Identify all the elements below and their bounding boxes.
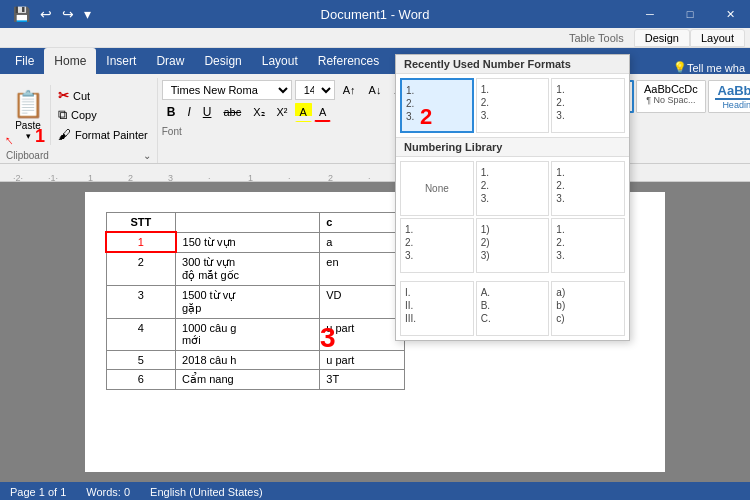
ruler-mark-7r: · <box>368 173 371 183</box>
style-heading1-preview: AaBbCc <box>715 83 750 100</box>
style-no-spacing[interactable]: AaBbCcDc ¶ No Spac... <box>636 80 706 113</box>
decrease-font-button[interactable]: A↓ <box>364 80 387 100</box>
minimize-button[interactable]: ─ <box>630 0 670 28</box>
tab-draw[interactable]: Draw <box>146 48 194 74</box>
save-button[interactable]: 💾 <box>10 6 33 22</box>
quick-access-toolbar: 💾 ↩ ↪ ▾ <box>10 0 94 28</box>
format-painter-button[interactable]: 🖌 Format Painter <box>55 126 151 143</box>
paste-label: Paste <box>15 120 41 131</box>
numbering-library-header: Numbering Library <box>396 137 629 157</box>
table-header-stt: STT <box>106 213 176 233</box>
font-size-select[interactable]: 14 <box>295 80 335 100</box>
tell-me-input[interactable]: Tell me wha <box>687 62 745 74</box>
undo-button[interactable]: ↩ <box>37 6 55 22</box>
table-row-4-content: 1000 câu gmới <box>176 318 320 350</box>
paste-button[interactable]: 📋 Paste ▾ <box>6 85 51 145</box>
table-row-1-stt: 1 <box>106 232 176 252</box>
num-item-lib-3[interactable]: 1. 2. 3. <box>400 218 474 273</box>
recently-used-header: Recently Used Number Formats <box>396 55 629 74</box>
num-line-4: 1. <box>481 84 489 95</box>
tab-references[interactable]: References <box>308 48 389 74</box>
table-row-2-stt: 2 <box>106 252 176 285</box>
cut-button[interactable]: ✂ Cut <box>55 87 151 104</box>
status-words: Words: 0 <box>86 486 130 498</box>
tab-design[interactable]: Design <box>194 48 251 74</box>
ruler-mark-3r: · <box>208 173 211 183</box>
maximize-button[interactable]: □ <box>670 0 710 28</box>
table-row-6-stt: 6 <box>106 369 176 389</box>
table-row-6-content: Cẩm nang <box>176 369 320 389</box>
increase-font-button[interactable]: A↑ <box>338 80 361 100</box>
font-family-select[interactable]: Times New Roma <box>162 80 292 100</box>
table-row-4-stt: 4 <box>106 318 176 350</box>
ruler-mark-neg2: ·2· <box>13 173 23 183</box>
alpha-grid: I. II. III. A. B. C. a) b) c) <box>396 277 629 340</box>
num-line-6: 3. <box>481 110 489 121</box>
close-button[interactable]: ✕ <box>710 0 750 28</box>
text-highlight-button[interactable]: A <box>295 102 312 122</box>
clipboard-launcher-button[interactable]: ⌄ <box>143 150 151 161</box>
style-heading1[interactable]: AaBbCc Heading 1 <box>708 80 750 113</box>
font-row2: B I U abc X₂ X² A A <box>162 102 435 122</box>
num-format-dropdown: Recently Used Number Formats 1. 2. 3. 1.… <box>395 54 630 341</box>
num-line-7: 1. <box>556 84 564 95</box>
tab-home[interactable]: Home <box>44 48 96 74</box>
num-item-lib-1[interactable]: 1. 2. 3. <box>476 161 550 216</box>
format-painter-icon: 🖌 <box>58 127 71 142</box>
subscript-button[interactable]: X₂ <box>248 102 269 122</box>
tab-design-table[interactable]: Design <box>634 29 690 47</box>
cut-label: Cut <box>73 90 90 102</box>
table-header-content <box>176 213 320 233</box>
italic-button[interactable]: I <box>182 102 195 122</box>
copy-icon: ⧉ <box>58 107 67 123</box>
tab-insert[interactable]: Insert <box>96 48 146 74</box>
num-item-alpha-1[interactable]: I. II. III. <box>400 281 474 336</box>
customize-qa-button[interactable]: ▾ <box>81 6 94 22</box>
table-row-2-content: 300 từ vựnđộ mắt gốc <box>176 252 320 285</box>
ruler-mark-1r: 2 <box>128 173 133 183</box>
ruler-mark-6r: 2 <box>328 173 333 183</box>
status-bar: Page 1 of 1 Words: 0 English (United Sta… <box>0 482 750 500</box>
table-row-2-right: en <box>320 252 405 285</box>
underline-button[interactable]: U <box>198 102 217 122</box>
num-item-lib-5[interactable]: 1. 2. 3. <box>551 218 625 273</box>
table-row-3-right: VD <box>320 285 405 318</box>
bold-button[interactable]: B <box>162 102 181 122</box>
ruler-mark-5r: · <box>288 173 291 183</box>
table-row-6-right: 3T <box>320 369 405 389</box>
num-item-recent-1[interactable]: 1. 2. 3. <box>400 78 474 133</box>
clipboard-group-bottom: Clipboard ⌄ <box>6 148 151 163</box>
table-row-5-content: 2018 câu h <box>176 350 320 369</box>
font-color-button[interactable]: A <box>314 102 331 122</box>
num-item-recent-3[interactable]: 1. 2. 3. <box>551 78 625 133</box>
num-item-recent-2[interactable]: 1. 2. 3. <box>476 78 550 133</box>
tab-layout[interactable]: Layout <box>252 48 308 74</box>
table-row-5-stt: 5 <box>106 350 176 369</box>
superscript-button[interactable]: X² <box>272 102 293 122</box>
style-heading1-label: Heading 1 <box>715 100 750 110</box>
redo-button[interactable]: ↪ <box>59 6 77 22</box>
tab-layout-table[interactable]: Layout <box>690 29 745 47</box>
format-painter-label: Format Painter <box>75 129 148 141</box>
ruler: ·2· ·1· 1 2 3 · 1 · 2 · 13 ·14· 15 <box>0 164 750 182</box>
copy-button[interactable]: ⧉ Copy <box>55 106 151 124</box>
ruler-mark-2r: 3 <box>168 173 173 183</box>
copy-label: Copy <box>71 109 97 121</box>
num-item-lib-4[interactable]: 1) 2) 3) <box>476 218 550 273</box>
table-row-1-right: a <box>320 232 405 252</box>
tab-file[interactable]: File <box>5 48 44 74</box>
table-header-right: c <box>320 213 405 233</box>
num-item-lib-2[interactable]: 1. 2. 3. <box>551 161 625 216</box>
library-grid: None 1. 2. 3. 1. 2. 3. 1. 2. 3. 1) 2) 3)… <box>396 157 629 277</box>
table-row-4-right: u part <box>320 318 405 350</box>
num-item-none[interactable]: None <box>400 161 474 216</box>
num-item-alpha-3[interactable]: a) b) c) <box>551 281 625 336</box>
window-controls: ─ □ ✕ <box>630 0 750 28</box>
paste-icon: 📋 <box>12 89 44 120</box>
num-line-5: 2. <box>481 97 489 108</box>
table-row-1-content: 150 từ vựn <box>176 232 320 252</box>
font-group-bottom: Font ⌄ <box>162 124 435 139</box>
strikethrough-button[interactable]: abc <box>218 102 246 122</box>
num-item-alpha-2[interactable]: A. B. C. <box>476 281 550 336</box>
font-group-label: Font <box>162 126 182 137</box>
